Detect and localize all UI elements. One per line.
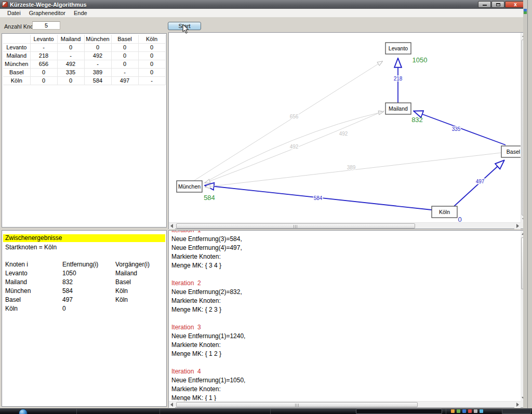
results-panel: Zwischenergebnisse Startknoten = Köln Kn… [2, 230, 167, 407]
graph-node-mailand[interactable]: Mailand [385, 103, 411, 114]
tray-icon[interactable] [451, 409, 455, 413]
tray-icon[interactable] [480, 409, 483, 413]
matrix-row: München656492-00 [3, 60, 165, 68]
startknoten-line: Startknoten = Köln [5, 244, 57, 251]
matrix-cell: 497 [111, 76, 138, 85]
node-label: Mailand [389, 105, 408, 112]
scroll-left-icon[interactable] [169, 402, 175, 408]
graph-edges: 218335497584656492492389 [194, 59, 506, 210]
scroll-right-icon[interactable] [514, 402, 521, 408]
app-window: Kürzeste-Wege-Algorithmus x Datei Graphe… [0, 0, 528, 408]
maximize-icon [496, 3, 500, 6]
results-vorgaenger: Köln [115, 287, 164, 296]
matrix-cell: Köln [138, 35, 165, 43]
taskbar[interactable] [0, 408, 532, 414]
app-icon [2, 2, 8, 7]
node-distance-label: 1050 [413, 56, 428, 64]
log-hscroll-thumb[interactable] [176, 402, 418, 407]
distance-matrix-panel: LevantoMailandMünchenBaselKölnLevanto-00… [2, 33, 167, 228]
anzahl-knoten-input[interactable] [32, 21, 60, 30]
matrix-cell: 0 [138, 60, 165, 68]
results-header-entfernung: Entfernung(i) [60, 261, 115, 270]
results-title: Zwischenergebnisse [3, 234, 165, 242]
taskbar-clock[interactable] [502, 409, 531, 414]
graph-hscroll-thumb[interactable] [176, 223, 415, 229]
minimize-icon [483, 5, 487, 6]
matrix-cell: 389 [84, 68, 111, 76]
start-orb-icon[interactable] [19, 409, 28, 414]
log-line: Markierte Knoten: [171, 341, 521, 350]
matrix-header-row: LevantoMailandMünchenBaselKöln [3, 35, 165, 43]
background-window-icon [524, 9, 527, 14]
matrix-row-label: Levanto [3, 43, 30, 51]
title-bar[interactable]: Kürzeste-Wege-Algorithmus x [0, 0, 527, 9]
graph-node-basel[interactable]: Basel [501, 146, 521, 157]
graph-node-koeln[interactable]: Köln [432, 206, 457, 218]
matrix-cell: 0 [111, 51, 138, 60]
matrix-cell: 0 [138, 68, 165, 76]
log-horizontal-scrollbar[interactable] [169, 401, 521, 407]
matrix-cell: 656 [30, 60, 57, 68]
matrix-cell: 0 [111, 43, 138, 51]
matrix-row: Basel0335389-0 [3, 68, 165, 76]
log-line: Menge MK: { 1 2 } [171, 350, 521, 358]
results-knoten: München [5, 287, 60, 296]
iteration-title: Iteration 3 [171, 323, 521, 332]
close-button[interactable]: x [505, 1, 526, 8]
results-table: Knoten i Entfernung(i) Vorgänger(i) Leva… [5, 261, 164, 314]
results-vorgaenger: Basel [115, 278, 164, 287]
results-vorgaenger: Köln [115, 296, 164, 305]
tray-icon[interactable] [468, 409, 472, 413]
mouse-cursor [182, 24, 189, 34]
graph-canvas: 218335497584656492492389 Levanto1050Mail… [169, 33, 521, 222]
edge-weight-label: 335 [452, 126, 461, 132]
results-knoten: Levanto [5, 270, 60, 278]
iteration-title: Iteration 4 [171, 367, 521, 376]
matrix-row-label [3, 35, 30, 43]
log-line: Neue Entfernung(1)=1050, [171, 376, 521, 385]
tray-icon[interactable] [474, 409, 477, 413]
results-entfernung: 584 [60, 287, 115, 296]
matrix-cell: 492 [57, 60, 84, 68]
graph-node-muenchen[interactable]: München [177, 181, 202, 192]
matrix-cell: - [84, 60, 111, 68]
minimize-button[interactable] [478, 1, 491, 8]
log-line: Neue Entfernung(3)=584, [171, 235, 521, 244]
distance-matrix: LevantoMailandMünchenBaselKölnLevanto-00… [3, 35, 166, 85]
node-label: Basel [507, 149, 520, 155]
taskbar-active-item[interactable] [356, 409, 442, 414]
iteration-title: Iteration 2 [171, 279, 521, 288]
edge-weight-label: 218 [394, 76, 403, 82]
tray-icon[interactable] [457, 409, 460, 413]
scroll-right-icon[interactable] [514, 223, 521, 229]
maximize-button[interactable] [491, 1, 504, 8]
log-gap [171, 270, 521, 279]
matrix-cell: 0 [84, 43, 111, 51]
tray-icon[interactable] [462, 409, 466, 413]
log-line: Neue Entfernung(4)=497, [171, 244, 521, 252]
log-line: Markierte Knoten: [171, 385, 521, 394]
menu-item-datei[interactable]: Datei [3, 9, 25, 17]
graph-nodes: Levanto1050Mailand832BaselKöln0München58… [177, 43, 521, 222]
matrix-row: Levanto-0000 [3, 43, 165, 51]
results-row: Mailand832Basel [5, 278, 164, 287]
menu-bar: Datei Grapheneditor Ende [0, 9, 527, 18]
scroll-left-icon[interactable] [169, 223, 175, 229]
log-gap [171, 358, 521, 367]
results-entfernung: 832 [60, 278, 115, 287]
results-knoten: Basel [5, 296, 60, 305]
matrix-cell: 0 [138, 51, 165, 60]
results-entfernung: 1050 [60, 270, 115, 278]
matrix-cell: 0 [30, 68, 57, 76]
window-title: Kürzeste-Wege-Algorithmus [10, 2, 87, 8]
close-icon: x [514, 2, 517, 7]
graph-node-levanto[interactable]: Levanto [385, 43, 411, 54]
menu-item-ende[interactable]: Ende [70, 9, 91, 17]
matrix-cell: 0 [57, 76, 84, 85]
node-distance-label: 0 [458, 216, 461, 222]
menu-item-grapheneditor[interactable]: Grapheneditor [25, 9, 70, 17]
graph-horizontal-scrollbar[interactable] [169, 222, 521, 229]
results-header-vorgaenger: Vorgänger(i) [115, 261, 164, 270]
results-vorgaenger [115, 305, 164, 314]
matrix-cell: 584 [84, 76, 111, 85]
